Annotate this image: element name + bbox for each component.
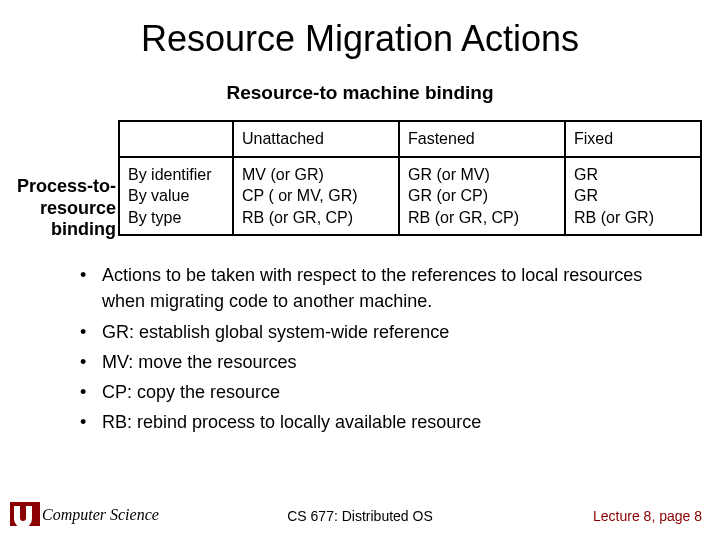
footer-page: Lecture 8, page 8 (593, 508, 702, 524)
td-unattached: MV (or GR)CP ( or MV, GR)RB (or GR, CP) (233, 157, 399, 236)
table-title: Resource-to machine binding (0, 82, 720, 104)
table-row: By identifierBy valueBy type MV (or GR)C… (119, 157, 701, 236)
bullet-list: Actions to be taken with respect to the … (80, 262, 680, 435)
slide: Resource Migration Actions Resource-to m… (0, 0, 720, 540)
th-fixed: Fixed (565, 121, 701, 157)
page-title: Resource Migration Actions (0, 18, 720, 60)
table-header-row: Unattached Fastened Fixed (119, 121, 701, 157)
row-group-label: Process-to-resourcebinding (0, 176, 116, 241)
footer: Computer Science CS 677: Distributed OS … (0, 502, 720, 526)
list-item: CP: copy the resource (80, 379, 680, 405)
td-fixed: GRGRRB (or GR) (565, 157, 701, 236)
td-rowlabel: By identifierBy valueBy type (119, 157, 233, 236)
list-item: GR: establish global system-wide referen… (80, 319, 680, 345)
binding-table: Unattached Fastened Fixed By identifierB… (118, 120, 702, 236)
th-blank (119, 121, 233, 157)
td-fastened: GR (or MV)GR (or CP)RB (or GR, CP) (399, 157, 565, 236)
th-fastened: Fastened (399, 121, 565, 157)
list-item: MV: move the resources (80, 349, 680, 375)
list-item: RB: rebind process to locally available … (80, 409, 680, 435)
th-unattached: Unattached (233, 121, 399, 157)
table-wrap: Process-to-resourcebinding Unattached Fa… (0, 120, 720, 236)
list-item: Actions to be taken with respect to the … (80, 262, 680, 314)
